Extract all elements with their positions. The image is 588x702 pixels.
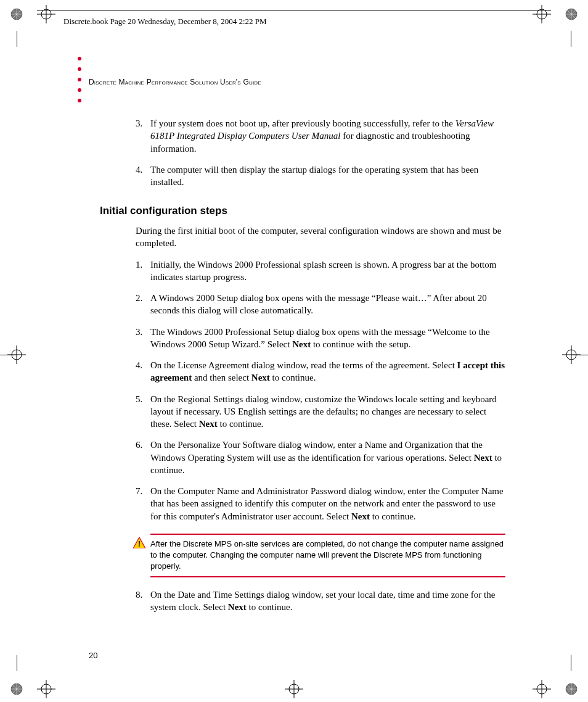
svg-text:!: ! (138, 539, 141, 548)
config-steps-list-continued: 8.On the Date and Time Settings dialog w… (136, 588, 505, 614)
list-item: 8.On the Date and Time Settings dialog w… (136, 588, 505, 614)
list-item: 3.If your system does not boot up, after… (136, 117, 505, 155)
list-item: 1.Initially, the Windows 2000 Profession… (136, 258, 505, 284)
registration-mark-icon (10, 7, 23, 21)
top-rule (37, 10, 551, 10)
crosshair-icon (7, 345, 26, 364)
framemaker-header: Discrete.book Page 20 Wednesday, Decembe… (63, 16, 267, 27)
list-text: The Windows 2000 Professional Setup dial… (150, 327, 490, 349)
warning-callout: ! After the Discrete MPS on-site service… (136, 534, 505, 577)
crop-mark (571, 31, 571, 47)
svg-line-21 (566, 683, 577, 695)
list-text: The computer will then display the start… (150, 165, 478, 187)
crosshair-icon (37, 5, 55, 23)
list-number: 4. (136, 163, 142, 176)
crop-mark (17, 655, 17, 671)
list-number: 6. (136, 439, 142, 451)
svg-point-39 (12, 350, 22, 360)
crosshair-icon (37, 680, 55, 698)
list-number: 1. (136, 258, 142, 271)
list-item: 4.On the License Agreement dialog window… (136, 359, 505, 384)
list-item: 6.On the Personalize Your Software dialo… (136, 439, 505, 476)
list-text: On the Computer Name and Administrator P… (150, 486, 504, 521)
svg-line-8 (566, 9, 577, 20)
list-item: 4.The computer will then display the sta… (136, 163, 505, 189)
warning-rule-bottom (150, 576, 505, 577)
list-item: 7.On the Computer Name and Administrator… (136, 485, 505, 522)
list-text: On the Personalize Your Software dialog … (150, 440, 502, 475)
svg-line-15 (11, 683, 22, 695)
svg-point-0 (11, 9, 22, 20)
svg-line-9 (566, 9, 577, 20)
svg-point-6 (566, 9, 577, 20)
svg-line-20 (566, 683, 577, 695)
page-number: 20 (89, 650, 97, 661)
list-number: 5. (136, 393, 142, 405)
list-item: 5.On the Regional Settings dialog window… (136, 393, 505, 431)
svg-point-13 (11, 683, 22, 695)
registration-mark-icon (565, 682, 578, 696)
section-title: Initial configuration steps (100, 204, 505, 218)
list-text: On the Regional Settings dialog window, … (150, 394, 497, 429)
list-number: 7. (136, 485, 142, 497)
config-steps-list: 1.Initially, the Windows 2000 Profession… (136, 258, 505, 522)
list-number: 8. (136, 588, 142, 601)
list-item: 2.A Windows 2000 Setup dialog box opens … (136, 292, 505, 317)
body: 3.If your system does not boot up, after… (136, 117, 505, 622)
crosshair-icon (562, 345, 581, 364)
crop-mark (17, 31, 17, 47)
list-number: 3. (136, 326, 142, 338)
warning-icon: ! (133, 537, 145, 548)
list-number: 2. (136, 292, 142, 304)
list-item: 3.The Windows 2000 Professional Setup di… (136, 326, 505, 351)
crop-mark (571, 655, 571, 671)
svg-point-36 (289, 684, 299, 694)
crop-mark (572, 355, 588, 355)
list-text: On the License Agreement dialog window, … (150, 360, 505, 382)
svg-line-14 (11, 683, 22, 695)
svg-line-2 (11, 9, 22, 20)
svg-point-30 (41, 684, 51, 694)
crop-mark (0, 355, 16, 355)
svg-point-24 (41, 9, 51, 19)
svg-point-33 (537, 684, 547, 694)
svg-line-3 (11, 9, 22, 20)
list-text: Initially, the Windows 2000 Professional… (150, 260, 496, 282)
list-number: 3. (136, 117, 142, 130)
svg-point-7 (566, 9, 577, 20)
red-section-dots (78, 57, 81, 102)
svg-point-12 (11, 683, 22, 695)
registration-mark-icon (10, 682, 23, 696)
section-intro: During the first initial boot of the com… (136, 225, 505, 250)
svg-point-42 (566, 350, 576, 360)
page: Discrete.book Page 20 Wednesday, Decembe… (0, 0, 588, 702)
crosshair-icon (533, 680, 551, 698)
list-text: If your system does not boot up, after p… (150, 118, 494, 154)
list-text: On the Date and Time Settings dialog win… (150, 590, 495, 612)
list-number: 4. (136, 359, 142, 371)
crosshair-icon (533, 5, 551, 23)
warning-text: After the Discrete MPS on-site services … (150, 539, 505, 572)
continued-list: 3.If your system does not boot up, after… (136, 117, 505, 188)
warning-rule-top (150, 534, 505, 535)
crosshair-icon (285, 680, 303, 698)
registration-mark-icon (565, 7, 578, 21)
svg-point-19 (566, 683, 577, 695)
svg-point-27 (537, 9, 547, 19)
svg-point-18 (566, 683, 577, 695)
list-text: A Windows 2000 Setup dialog box opens wi… (150, 293, 487, 315)
svg-point-1 (11, 9, 22, 20)
running-header: Discrete Machine Performance Solution Us… (89, 77, 261, 87)
